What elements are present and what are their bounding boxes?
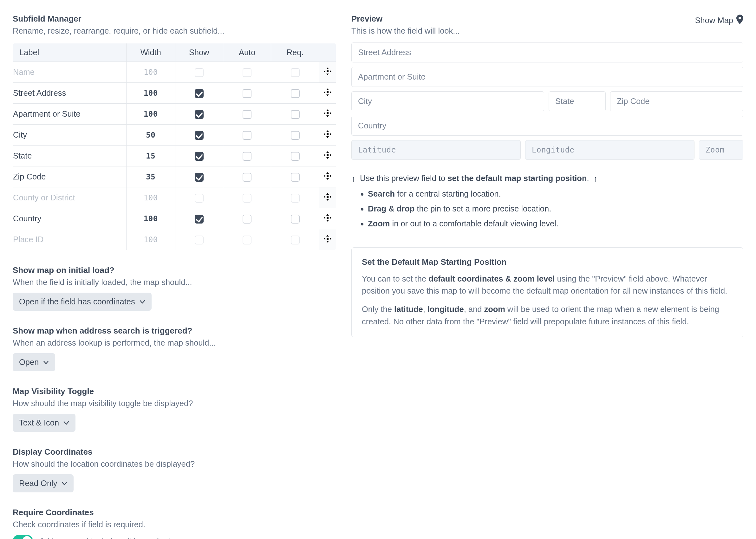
- subfield-show-checkbox[interactable]: [195, 215, 203, 223]
- subfield-label[interactable]: State: [13, 145, 126, 167]
- subfield-label[interactable]: Place ID: [13, 229, 126, 250]
- subfield-auto-checkbox[interactable]: [243, 194, 252, 202]
- subfield-req-checkbox[interactable]: [291, 110, 300, 119]
- subfield-show-checkbox[interactable]: [195, 173, 203, 182]
- subfield-width[interactable]: 100: [126, 62, 175, 83]
- subfield-width[interactable]: 100: [126, 229, 175, 250]
- subfield-req-checkbox[interactable]: [291, 131, 300, 140]
- drag-handle-icon[interactable]: [323, 130, 332, 138]
- table-row: Country100: [13, 208, 336, 229]
- show-map-button[interactable]: Show Map: [695, 15, 743, 26]
- subfield-width[interactable]: 100: [126, 104, 175, 124]
- subfield-req-checkbox[interactable]: [291, 173, 300, 182]
- subfield-auto-checkbox[interactable]: [243, 236, 252, 245]
- subfield-show-checkbox[interactable]: [195, 131, 203, 140]
- chevron-down-icon: [139, 299, 145, 305]
- subfield-auto-checkbox[interactable]: [243, 110, 252, 119]
- subfield-width[interactable]: 100: [126, 188, 175, 208]
- require-coordinates-toggle[interactable]: [13, 535, 33, 539]
- subfield-auto-checkbox[interactable]: [243, 173, 252, 182]
- drag-handle-icon[interactable]: [323, 151, 332, 160]
- subfield-auto-checkbox[interactable]: [243, 89, 252, 98]
- chevron-down-icon: [43, 359, 49, 365]
- drag-handle-icon[interactable]: [323, 172, 332, 181]
- preview-zip-input[interactable]: Zip Code: [610, 91, 743, 111]
- subfield-show-checkbox[interactable]: [195, 194, 203, 202]
- table-row: State15: [13, 145, 336, 167]
- subfield-show-checkbox[interactable]: [195, 152, 203, 161]
- drag-handle-icon: [323, 67, 332, 76]
- subfield-label[interactable]: Apartment or Suite: [13, 104, 126, 124]
- subfield-label[interactable]: Country: [13, 208, 126, 229]
- show-map-label: Show Map: [695, 16, 733, 25]
- subfield-req-checkbox[interactable]: [291, 215, 300, 223]
- subfield-req-checkbox[interactable]: [291, 152, 300, 161]
- drag-handle-icon[interactable]: [323, 213, 332, 222]
- subfield-width[interactable]: 100: [126, 83, 175, 104]
- instr-bullet-search: Search for a central starting location.: [368, 188, 743, 200]
- setting-coords-select[interactable]: Read Only: [13, 474, 74, 493]
- subfield-width[interactable]: 100: [126, 208, 175, 229]
- subfield-manager-title: Subfield Manager: [13, 14, 336, 24]
- col-req: Req.: [271, 43, 319, 62]
- instr-bullet-zoom: Zoom in or out to a comfortable default …: [368, 218, 743, 230]
- subfield-width[interactable]: 35: [126, 167, 175, 188]
- instr-suffix: .: [587, 174, 589, 183]
- preview-title: Preview: [351, 14, 460, 24]
- drag-handle-icon[interactable]: [323, 88, 332, 97]
- drag-handle-icon: [323, 234, 332, 243]
- col-drag: [319, 43, 336, 62]
- table-row: Street Address100: [13, 83, 336, 104]
- setting-vis-toggle-select[interactable]: Text & Icon: [13, 414, 75, 432]
- subfield-label[interactable]: County or District: [13, 188, 126, 208]
- preview-apt-input[interactable]: Apartment or Suite: [351, 67, 743, 87]
- table-row: City50: [13, 124, 336, 145]
- instr-strong: set the default map starting position: [447, 174, 587, 183]
- table-row: Zip Code35: [13, 167, 336, 188]
- table-row: Apartment or Suite100: [13, 104, 336, 124]
- setting-search-trigger-select[interactable]: Open: [13, 353, 55, 371]
- chevron-down-icon: [61, 481, 67, 486]
- require-coordinates-label: Address must include valid coordinates: [39, 536, 180, 539]
- preview-street-input[interactable]: Street Address: [351, 42, 743, 62]
- setting-search-trigger-title: Show map when address search is triggere…: [13, 326, 336, 336]
- drag-handle-icon[interactable]: [323, 109, 332, 117]
- subfield-show-checkbox[interactable]: [195, 236, 203, 245]
- subfield-auto-checkbox[interactable]: [243, 68, 252, 77]
- subfield-show-checkbox[interactable]: [195, 89, 203, 98]
- table-row: Name100: [13, 62, 336, 83]
- subfield-width[interactable]: 15: [126, 145, 175, 167]
- subfield-label[interactable]: Zip Code: [13, 167, 126, 188]
- setting-initial-load-select[interactable]: Open if the field has coordinates: [13, 293, 152, 311]
- setting-initial-load-value: Open if the field has coordinates: [19, 297, 135, 306]
- subfield-req-checkbox[interactable]: [291, 89, 300, 98]
- preview-state-input[interactable]: State: [549, 91, 606, 111]
- subfield-width[interactable]: 50: [126, 124, 175, 145]
- col-auto: Auto: [223, 43, 271, 62]
- infobox-p1: You can to set the default coordinates &…: [362, 273, 733, 297]
- subfield-label[interactable]: Name: [13, 62, 126, 83]
- instr-bullet-drag: Drag & drop the pin to set a more precis…: [368, 203, 743, 215]
- preview-lat-input: Latitude: [351, 140, 521, 160]
- setting-coords-hint: How should the location coordinates be d…: [13, 459, 336, 469]
- subfield-req-checkbox[interactable]: [291, 68, 300, 77]
- preview-city-input[interactable]: City: [351, 91, 544, 111]
- col-width: Width: [126, 43, 175, 62]
- preview-country-input[interactable]: Country: [351, 116, 743, 136]
- setting-vis-toggle-title: Map Visibility Toggle: [13, 387, 336, 396]
- subfield-show-checkbox[interactable]: [195, 68, 203, 77]
- subfield-auto-checkbox[interactable]: [243, 215, 252, 223]
- setting-coords-title: Display Coordinates: [13, 447, 336, 457]
- instr-prefix: Use this preview field to: [360, 174, 447, 183]
- preview-subtitle: This is how the field will look...: [351, 26, 460, 36]
- subfield-show-checkbox[interactable]: [195, 110, 203, 119]
- subfield-auto-checkbox[interactable]: [243, 152, 252, 161]
- map-pin-icon: [736, 15, 743, 26]
- subfield-req-checkbox[interactable]: [291, 194, 300, 202]
- subfield-auto-checkbox[interactable]: [243, 131, 252, 140]
- subfield-label[interactable]: City: [13, 124, 126, 145]
- subfield-req-checkbox[interactable]: [291, 236, 300, 245]
- setting-coords-value: Read Only: [19, 479, 57, 488]
- arrow-up-icon: ↑: [351, 174, 355, 183]
- subfield-label[interactable]: Street Address: [13, 83, 126, 104]
